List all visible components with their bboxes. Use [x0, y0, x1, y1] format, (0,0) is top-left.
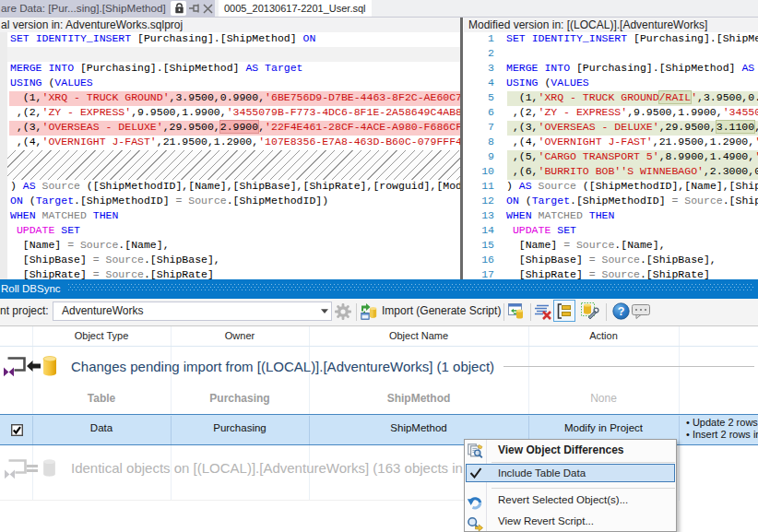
svg-text:?: ?: [618, 305, 625, 318]
